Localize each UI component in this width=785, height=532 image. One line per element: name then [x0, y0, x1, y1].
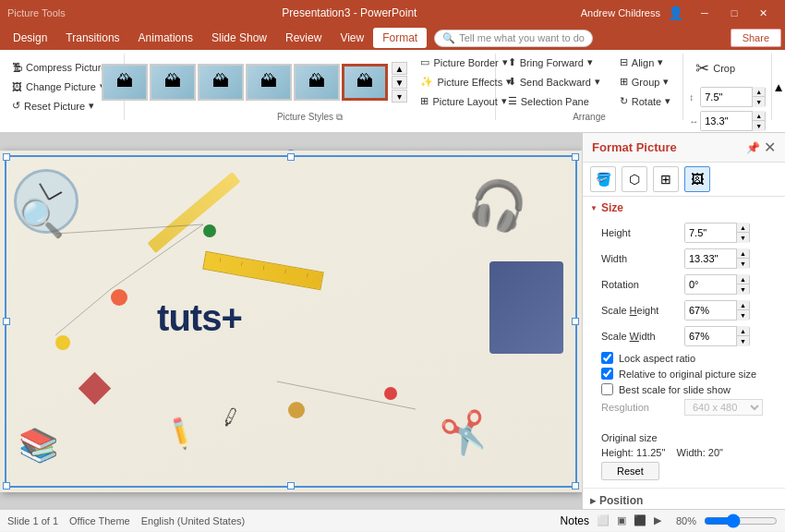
- width-spin-up[interactable]: ▲: [736, 248, 749, 259]
- fill-tab-button[interactable]: 🪣: [590, 166, 616, 192]
- close-button[interactable]: ✕: [750, 4, 778, 22]
- style-thumb-1[interactable]: 🏔: [102, 64, 148, 101]
- best-scale-checkbox[interactable]: [601, 383, 613, 395]
- group-button[interactable]: ⊞ Group ▾: [613, 73, 677, 91]
- rotation-spin[interactable]: ▲ ▼: [684, 274, 750, 295]
- menu-slideshow[interactable]: Slide Show: [202, 28, 276, 48]
- height-spin-up[interactable]: ▲: [736, 223, 749, 233]
- size-section-header[interactable]: ▼ Size: [583, 197, 785, 219]
- crop-button[interactable]: ✂ Crop: [689, 54, 742, 83]
- height-down-btn[interactable]: ▼: [752, 97, 765, 107]
- panel-body: ▼ Size Height ▲ ▼: [583, 197, 785, 509]
- width-up-btn[interactable]: ▲: [752, 111, 765, 121]
- zoom-level: 80%: [676, 515, 696, 526]
- style-scroll-up[interactable]: ▲: [392, 62, 408, 75]
- group-icon: ⊞: [620, 76, 628, 88]
- view-reading-icon[interactable]: ⬛: [634, 514, 646, 526]
- rotate-button[interactable]: ↻ Rotate ▾: [613, 92, 677, 110]
- selection-pane-button[interactable]: ☰ Selection Pane: [501, 92, 607, 110]
- rotation-spin-down[interactable]: ▼: [736, 284, 749, 295]
- share-button[interactable]: Share: [731, 29, 781, 47]
- original-size-reset-button[interactable]: Reset: [601, 462, 659, 480]
- ribbon-height-input[interactable]: ▲ ▼: [700, 87, 766, 107]
- dialog-launcher-icon[interactable]: ⧉: [336, 112, 343, 122]
- width-value[interactable]: [701, 112, 752, 130]
- bring-forward-button[interactable]: ⬆ Bring Forward ▾: [501, 54, 607, 71]
- resolution-select[interactable]: 640 x 480: [684, 399, 763, 416]
- crop-icon: ✂: [695, 58, 709, 79]
- ribbon-search-box[interactable]: 🔍 Tell me what you want to do: [434, 30, 593, 47]
- scale-width-up[interactable]: ▲: [736, 326, 749, 336]
- height-input[interactable]: [685, 224, 736, 242]
- menu-transitions[interactable]: Transitions: [56, 28, 128, 48]
- ribbon-width-input[interactable]: ▲ ▼: [700, 111, 766, 131]
- size-section-label: Size: [601, 201, 623, 214]
- resolution-row: Resglution 640 x 480: [601, 399, 774, 416]
- style-thumb-4[interactable]: 🏔: [246, 64, 292, 101]
- scale-height-input[interactable]: [685, 301, 736, 320]
- height-value[interactable]: [701, 88, 752, 106]
- panel-pin-button[interactable]: 📌: [746, 139, 760, 156]
- send-backward-button[interactable]: ⬇ Send Backward ▾: [501, 73, 607, 91]
- height-up-btn[interactable]: ▲: [752, 87, 765, 97]
- office-theme: Office Theme: [69, 515, 130, 526]
- menu-review[interactable]: Review: [276, 28, 331, 48]
- orig-height-text: Height: 11.25": [601, 447, 665, 458]
- height-spin-down[interactable]: ▼: [736, 233, 749, 243]
- size-section: ▼ Size Height ▲ ▼: [583, 197, 785, 488]
- view-normal-icon[interactable]: ⬜: [597, 514, 610, 526]
- rotation-input[interactable]: [685, 275, 736, 294]
- menu-view[interactable]: View: [331, 28, 373, 48]
- height-spin[interactable]: ▲ ▼: [684, 223, 750, 243]
- menu-format[interactable]: Format: [373, 28, 427, 48]
- width-input[interactable]: [685, 249, 736, 268]
- send-backward-icon: ⬇: [508, 76, 516, 88]
- slide-image: | | | | | 🎧 ✂️ 📚 🔍: [0, 151, 582, 492]
- maximize-button[interactable]: □: [720, 4, 748, 22]
- title-bar-right: Andrew Childress 👤 ─ □ ✕: [581, 4, 778, 22]
- scale-width-input[interactable]: [685, 327, 736, 345]
- position-section-header[interactable]: ▶ Position: [583, 488, 785, 509]
- lock-aspect-checkbox[interactable]: [601, 352, 613, 364]
- scale-width-spin[interactable]: ▲ ▼: [684, 326, 750, 346]
- send-backward-arrow-icon: ▾: [595, 76, 600, 88]
- width-down-btn[interactable]: ▼: [752, 121, 765, 131]
- align-icon: ⊟: [620, 56, 628, 68]
- ribbon-collapse-button[interactable]: ▲: [772, 54, 785, 120]
- notes-button[interactable]: Notes: [561, 514, 589, 527]
- view-slide-show-icon[interactable]: ▶: [654, 514, 661, 526]
- minimize-button[interactable]: ─: [691, 4, 719, 22]
- view-slide-icon[interactable]: ▣: [617, 514, 626, 526]
- scale-height-down[interactable]: ▼: [736, 310, 749, 320]
- svg-line-0: [55, 224, 203, 234]
- scale-height-spin[interactable]: ▲ ▼: [684, 300, 750, 320]
- effects-tab-button[interactable]: ⬡: [622, 166, 647, 192]
- align-button[interactable]: ⊟ Align ▾: [613, 54, 677, 71]
- scale-width-down[interactable]: ▼: [736, 336, 749, 346]
- rotation-spin-up[interactable]: ▲: [736, 274, 749, 284]
- style-scroll-down[interactable]: ▼: [392, 76, 408, 89]
- scale-height-up[interactable]: ▲: [736, 300, 749, 310]
- style-thumb-5[interactable]: 🏔: [294, 64, 340, 101]
- style-thumb-2[interactable]: 🏔: [150, 64, 196, 101]
- width-spin[interactable]: ▲ ▼: [684, 248, 750, 269]
- scale-width-value-container: ▲ ▼: [684, 326, 774, 346]
- picture-tab-button[interactable]: 🖼: [684, 166, 710, 192]
- panel-icon-tabs: 🪣 ⬡ ⊞ 🖼: [583, 163, 785, 197]
- menu-design[interactable]: Design: [4, 28, 56, 48]
- style-thumb-3[interactable]: 🏔: [198, 64, 244, 101]
- border-icon: ▭: [420, 56, 429, 68]
- style-more[interactable]: ▾: [392, 90, 408, 103]
- slide-canvas: | | | | | 🎧 ✂️ 📚 🔍: [0, 151, 582, 492]
- bring-forward-icon: ⬆: [508, 56, 516, 68]
- relative-original-checkbox[interactable]: [601, 368, 613, 380]
- menu-animations[interactable]: Animations: [129, 28, 202, 48]
- panel-close-button[interactable]: ✕: [764, 139, 776, 156]
- scale-width-row: Scale Width ▲ ▼: [601, 326, 774, 346]
- original-size-label: Original size: [601, 432, 774, 443]
- width-spin-down[interactable]: ▼: [736, 259, 749, 269]
- slide-area[interactable]: ↻ | | | |: [0, 133, 582, 509]
- style-thumb-6[interactable]: 🏔: [342, 64, 388, 101]
- layout-tab-button[interactable]: ⊞: [653, 166, 679, 192]
- zoom-slider[interactable]: [704, 514, 778, 528]
